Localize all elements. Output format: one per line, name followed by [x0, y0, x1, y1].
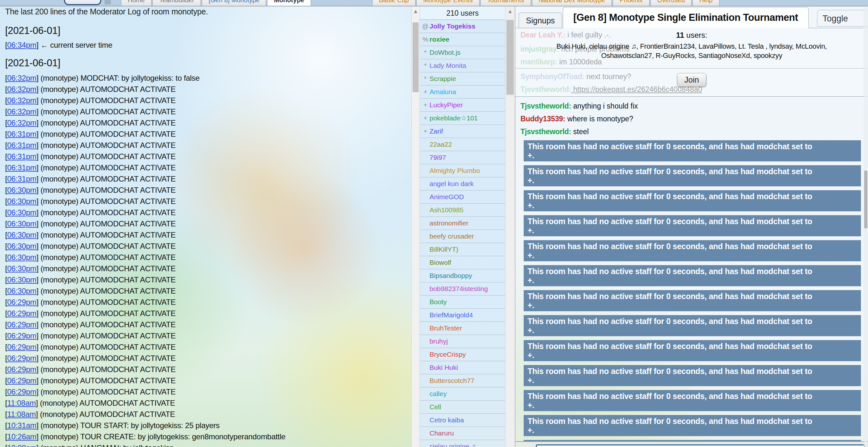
user-list-item[interactable]: 79i97 [420, 151, 505, 164]
scroll-up-arrow-icon[interactable]: ▲ [505, 8, 515, 15]
room-tab[interactable]: National Dex Monotype [532, 0, 612, 6]
timestamp-link[interactable]: 06:30pm [7, 275, 36, 284]
user-list-item[interactable]: 22aa22 [420, 138, 505, 151]
user-list-item[interactable]: cielau origine ♫ [420, 440, 505, 447]
timestamp-link[interactable]: 06:31pm [7, 141, 36, 150]
timestamp-link[interactable]: 06:29pm [7, 309, 36, 318]
toggle-button[interactable]: Toggle [817, 10, 868, 27]
user-list-item[interactable]: Bipsandboppy [420, 269, 505, 282]
room-tab[interactable]: Help [692, 0, 719, 6]
scrollbar-thumb[interactable] [506, 20, 514, 95]
timestamp-link[interactable]: 10:08am [7, 444, 36, 447]
timestamp-link[interactable]: 06:30pm [7, 253, 36, 262]
modlog-entry-text: (monotype) AUTOMODCHAT ACTIVATE [38, 410, 175, 418]
timestamp-link[interactable]: 06:30pm [7, 208, 36, 217]
room-tab[interactable]: Tournaments [480, 0, 531, 6]
user-list-item[interactable]: + LuckyPiper [420, 99, 505, 112]
user-list-item[interactable]: + Amaluna [420, 86, 505, 99]
timestamp-link[interactable]: 06:30pm [7, 219, 36, 228]
room-tab[interactable]: Teambuilder [152, 0, 201, 6]
timestamp-link[interactable]: 06:32pm [7, 119, 36, 127]
user-list-item[interactable]: Buki Huki [420, 361, 505, 374]
chat-message-text: steel [571, 127, 589, 136]
timestamp-link[interactable]: 10:26am [7, 432, 36, 441]
timestamp-link[interactable]: 06:29pm [7, 387, 36, 396]
user-list-item[interactable]: Almighty Plumbo [420, 164, 505, 178]
user-list-item[interactable]: BriefMarigold4 [420, 309, 505, 322]
user-list-item[interactable]: AnimeGOD [420, 191, 505, 204]
timestamp-link[interactable]: 11:08am [7, 410, 36, 418]
user-list-item[interactable]: + Zarif [420, 125, 505, 138]
user-list-item[interactable]: beefy crusader [420, 230, 505, 243]
user-list-item[interactable]: Cell [420, 401, 505, 414]
tournament-title-tab[interactable]: [Gen 8] Monotype Single Elimination Tour… [563, 7, 809, 28]
timestamp-link[interactable]: 06:31pm [7, 163, 36, 172]
room-tab[interactable]: Home [121, 0, 152, 6]
timestamp-link[interactable]: 06:30pm [7, 287, 36, 295]
timestamp-link[interactable]: 10:31am [7, 421, 36, 430]
faded-chat-message: SymphonyOfToad: next tourney? [521, 72, 631, 81]
scroll-up-arrow-icon[interactable]: ▲ [411, 8, 420, 15]
chat-scrollbar[interactable] [864, 6, 868, 447]
room-tab[interactable]: Monotype Events [416, 0, 479, 6]
user-list-item[interactable]: % roxiee [420, 33, 505, 46]
user-list-item[interactable]: calley [420, 387, 505, 401]
timestamp-link[interactable]: 06:30pm [7, 264, 36, 273]
room-tab[interactable]: Overused [651, 0, 692, 6]
timestamp-link[interactable]: 06:30pm [7, 186, 36, 194]
join-button[interactable]: Join [677, 73, 707, 87]
user-list-item[interactable]: * DoWbot.js [420, 46, 505, 59]
user-list-item[interactable]: Biowolf [420, 256, 505, 269]
timestamp-link[interactable]: 06:31pm [7, 152, 36, 161]
timestamp-link[interactable]: 06:31pm [7, 174, 36, 183]
modlog-scrollbar[interactable]: ▲ [411, 6, 420, 447]
user-list-item[interactable]: Ash100985 [420, 204, 505, 217]
timestamp-link[interactable]: 06:30pm [7, 197, 36, 205]
userlist-scrollbar[interactable]: ▲ [505, 6, 515, 447]
user-list-item[interactable]: astronomifier [420, 217, 505, 230]
user-list-item[interactable]: * Scrappie [420, 72, 505, 86]
timestamp-link[interactable]: 06:29pm [7, 320, 36, 329]
timestamp-link[interactable]: 06:29pm [7, 376, 36, 385]
timestamp-link[interactable]: 06:34pm [7, 41, 36, 49]
user-list-item[interactable]: BruhTester [420, 322, 505, 335]
timestamp-link[interactable]: 06:30pm [7, 242, 36, 250]
room-tab[interactable]: Battle Cup [372, 0, 415, 6]
timestamp-link[interactable]: 06:32pm [7, 96, 36, 105]
user-list-item[interactable]: BryceCrispy [420, 348, 505, 361]
user-list-item[interactable]: BillKillYT) [420, 243, 505, 256]
timestamp-link[interactable]: 06:29pm [7, 354, 36, 362]
chat-input[interactable] [536, 444, 865, 447]
timestamp-link[interactable]: 06:32pm [7, 74, 36, 82]
showdown-logo[interactable] [64, 0, 101, 5]
user-list-item[interactable]: bob982374istesting [420, 282, 505, 295]
scrollbar-thumb[interactable] [864, 171, 867, 228]
tab-signups[interactable]: Signups [519, 12, 562, 28]
user-list-item[interactable]: @ Jolly Togekiss [420, 20, 505, 33]
timestamp-link[interactable]: 06:29pm [7, 298, 36, 307]
timestamp-link[interactable]: 06:29pm [7, 365, 36, 374]
timestamp-link[interactable]: 06:29pm [7, 343, 36, 351]
user-list-item[interactable]: Cetro kaiba [420, 414, 505, 427]
room-tab[interactable]: [Gen 8] Monotype [202, 0, 266, 6]
chat-panel: Signups [Gen 8] Monotype Single Eliminat… [515, 6, 868, 447]
timestamp-link[interactable]: 06:32pm [7, 107, 36, 116]
user-list-item[interactable]: + pokeblade☆101 [420, 112, 505, 125]
user-list-item[interactable]: * Lady Monita [420, 59, 505, 72]
menu-icon[interactable] [104, 0, 111, 4]
modlog-entry: [06:31pm] (monotype) AUTOMODCHAT ACTIVAT… [5, 128, 407, 139]
user-rank-symbol: * [421, 75, 430, 83]
user-list-item[interactable]: Butterscotch77 [420, 374, 505, 387]
scrollbar-thumb[interactable] [412, 23, 418, 92]
user-list-item[interactable]: Booty [420, 295, 505, 309]
user-list-item[interactable]: bruhyj [420, 335, 505, 348]
user-list-item[interactable]: angel kun dark [420, 178, 505, 191]
room-tab[interactable]: Monotype [267, 0, 311, 6]
timestamp-link[interactable]: 11:08am [7, 398, 36, 407]
timestamp-link[interactable]: 06:30pm [7, 230, 36, 239]
timestamp-link[interactable]: 06:31pm [7, 130, 36, 138]
timestamp-link[interactable]: 06:29pm [7, 331, 36, 340]
user-list-item[interactable]: Charuru [420, 427, 505, 440]
room-tab[interactable]: Phoenix [613, 0, 649, 6]
timestamp-link[interactable]: 06:32pm [7, 85, 36, 94]
